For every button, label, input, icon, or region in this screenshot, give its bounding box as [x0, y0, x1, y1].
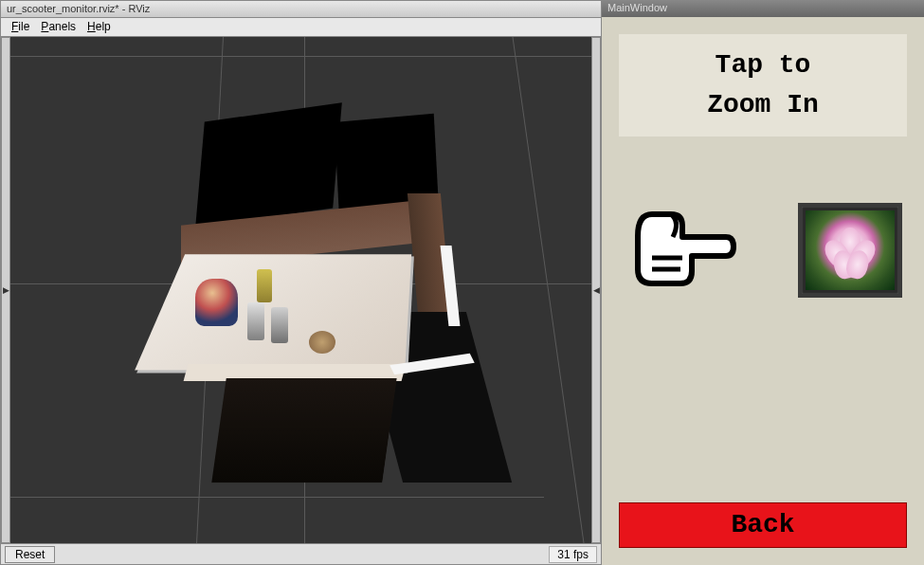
rviz-window: ur_scooter_monitor.rviz* - RViz File Pan… [0, 0, 602, 565]
tap-line-2: Zoom In [628, 85, 897, 125]
flower-image [806, 210, 895, 290]
menu-file[interactable]: File [9, 20, 32, 34]
tap-line-1: Tap to [628, 46, 897, 85]
object-doll [195, 279, 238, 326]
viewport-container: ▶ [1, 37, 601, 543]
right-panel-handle[interactable]: ◀ [591, 37, 601, 543]
rviz-titlebar: ur_scooter_monitor.rviz* - RViz [1, 1, 601, 18]
object-round [309, 331, 335, 354]
object-can [247, 302, 264, 340]
menu-panels[interactable]: Panels [38, 20, 79, 34]
middle-row [619, 203, 907, 298]
rviz-statusbar: Reset 31 fps [1, 543, 601, 564]
pointing-hand-icon [624, 203, 737, 298]
occluded-region [195, 102, 342, 228]
rviz-title-text: ur_scooter_monitor.rviz* - RViz [7, 3, 150, 14]
fps-readout: 31 fps [549, 546, 597, 563]
preview-thumbnail[interactable] [798, 203, 902, 298]
pointcloud-scene [124, 113, 484, 511]
menu-help[interactable]: Help [84, 20, 114, 34]
main-window: MainWindow Tap to Zoom In [602, 0, 924, 565]
mainwindow-title-text: MainWindow [607, 2, 667, 13]
rviz-3d-viewport[interactable] [10, 37, 591, 543]
reset-button[interactable]: Reset [5, 546, 55, 563]
object-bottle [257, 269, 272, 302]
table-underside [211, 378, 396, 483]
grid-line [10, 56, 591, 57]
tap-to-zoom-label[interactable]: Tap to Zoom In [619, 34, 907, 137]
mainwindow-content: Tap to Zoom In [602, 17, 924, 565]
object-can [271, 307, 288, 343]
grid-line [512, 37, 584, 543]
back-button[interactable]: Back [619, 502, 907, 548]
left-panel-handle[interactable]: ▶ [1, 37, 10, 543]
rviz-menubar: File Panels Help [1, 18, 601, 37]
mainwindow-titlebar: MainWindow [602, 0, 924, 17]
